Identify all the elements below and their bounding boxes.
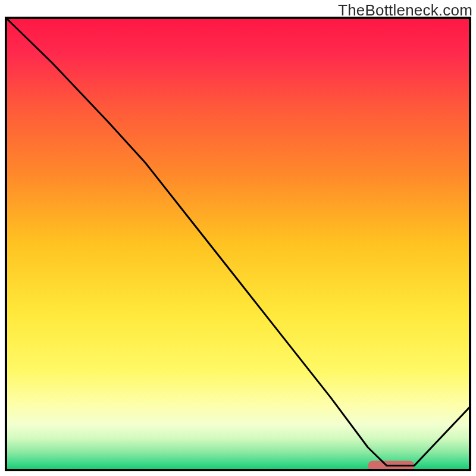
bottleneck-chart	[0, 0, 476, 476]
chart-container: TheBottleneck.com	[0, 0, 476, 476]
gradient-background	[6, 18, 470, 470]
